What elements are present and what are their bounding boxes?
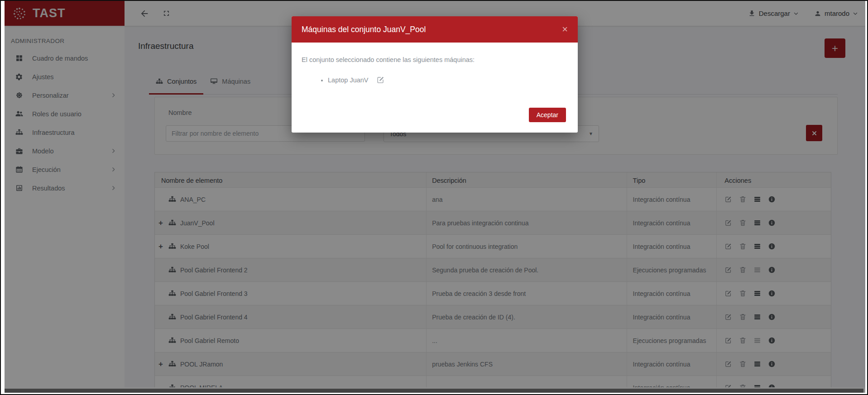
accept-button[interactable]: Aceptar: [529, 108, 566, 122]
modal-header: Máquinas del conjunto JuanV_Pool ×: [292, 16, 578, 43]
modal-body: El conjunto seleccionado contiene las si…: [292, 43, 578, 84]
machine-name: Laptop JuanV: [328, 76, 369, 84]
close-icon[interactable]: ×: [562, 24, 568, 34]
window-frame: TAST Descargar mtarodo AD: [0, 0, 868, 395]
modal-body-text: El conjunto seleccionado contiene las si…: [302, 56, 568, 63]
machines-modal: Máquinas del conjunto JuanV_Pool × El co…: [292, 16, 578, 133]
edit-icon[interactable]: [376, 76, 385, 84]
machine-list-item: Laptop JuanV: [328, 76, 568, 84]
machine-list: Laptop JuanV: [328, 76, 568, 84]
modal-title: Máquinas del conjunto JuanV_Pool: [302, 25, 426, 34]
